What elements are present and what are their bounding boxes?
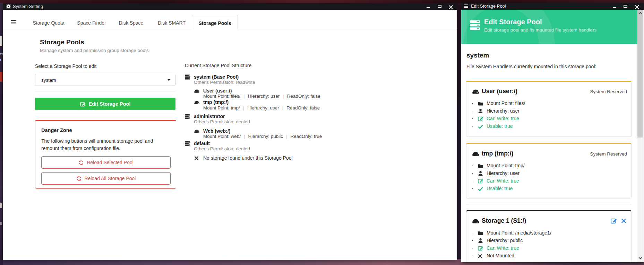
edit-icon xyxy=(80,101,86,107)
storage-name: Web (web:/) xyxy=(203,128,230,134)
pool-permission: Other's Permission: denied xyxy=(194,146,250,152)
storage-name: User (user:/) xyxy=(203,88,232,94)
reload-selected-pool-button[interactable]: Reload Selected Pool xyxy=(41,156,171,169)
banner-subtitle: Edit storage pool and its mounted file s… xyxy=(484,27,596,33)
hdd-icon xyxy=(194,100,199,106)
divider xyxy=(35,114,175,114)
close-button[interactable] xyxy=(633,3,641,10)
check-icon xyxy=(478,186,483,193)
handler-card-tmp: tmp (tmp:/) System Reserved -Mount Point… xyxy=(466,143,632,198)
storage-detail: Mount Point: web/Hierarchy: publicReadOn… xyxy=(203,134,322,139)
pool-permission: Other's Permission: denied xyxy=(194,119,250,125)
maximize-button[interactable] xyxy=(621,3,630,10)
banner-watermark-band xyxy=(461,10,467,44)
hdd-icon xyxy=(472,218,479,225)
window-title: Edit Storage Pool xyxy=(471,4,506,9)
pool-empty-message: No storage found under this Storage Pool xyxy=(203,155,293,161)
divider xyxy=(466,75,632,75)
server-icon xyxy=(185,141,190,148)
server-icon xyxy=(185,114,190,121)
hdd-icon xyxy=(194,88,199,95)
storage-detail: Mount Point: tmp/Hierarchy: userReadOnly… xyxy=(203,105,320,111)
handlers-label: File System Handlers currently mounted i… xyxy=(466,64,596,69)
handler-row: -Can Write: true xyxy=(466,115,631,122)
handler-row: -Can Write: true xyxy=(466,177,631,185)
refresh-icon xyxy=(78,160,84,165)
page-subtitle: Manage system and permission group stora… xyxy=(40,48,149,53)
hdd-icon xyxy=(472,151,479,158)
handler-row: -Mount Point: files/ xyxy=(466,99,631,107)
structure-heading: Current Storage Pool Structure xyxy=(185,63,251,68)
tab-disk-space[interactable]: Disk Space xyxy=(119,20,144,26)
danger-zone-title: Danger Zone xyxy=(41,127,72,133)
check-icon xyxy=(478,123,483,131)
edit-storage-pool-window: Edit Storage Pool Edit Storage Pool Edit… xyxy=(461,3,644,262)
desktop-icon-fragment xyxy=(0,36,2,46)
handler-row: -Mount Point: /media/storage1/ xyxy=(466,229,631,237)
handler-title: tmp (tmp:/) xyxy=(482,150,513,157)
remove-handler-button[interactable] xyxy=(621,218,626,225)
handler-row: -Hierarchy: user xyxy=(466,169,631,177)
handler-card-user: User (user:/) System Reserved -Mount Poi… xyxy=(466,81,632,137)
edit-storage-pool-titlebar[interactable]: Edit Storage Pool xyxy=(461,3,644,10)
minimize-button[interactable] xyxy=(424,3,432,10)
system-setting-body: Storage Quota Space Finder Disk Space Di… xyxy=(3,10,457,260)
desktop-icon-fragment xyxy=(0,222,2,225)
menu-hamburger-icon[interactable] xyxy=(11,20,16,24)
storage-pool-select[interactable]: system xyxy=(35,74,175,86)
cross-icon xyxy=(478,253,482,260)
tab-storage-quota[interactable]: Storage Quota xyxy=(33,20,64,26)
tab-space-finder[interactable]: Space Finder xyxy=(77,20,106,26)
system-setting-titlebar[interactable]: System Setting xyxy=(3,3,457,10)
scrollbar[interactable] xyxy=(637,10,643,262)
cross-icon xyxy=(194,156,199,162)
handler-row: -Not Mounted xyxy=(466,252,631,259)
handler-title: User (user:/) xyxy=(482,88,517,95)
app-gear-icon xyxy=(6,4,11,9)
handler-row: -Mount Point: tmp/ xyxy=(466,162,631,169)
handler-row: -Hierarchy: user xyxy=(466,107,631,115)
system-setting-window: System Setting Storage Quota Space Finde… xyxy=(3,3,457,260)
selected-pool-value: system xyxy=(41,77,56,82)
handler-row: -Hierarchy: public xyxy=(466,237,631,244)
pool-name: default xyxy=(194,141,210,146)
tab-storage-pools[interactable]: Storage Pools xyxy=(192,15,238,29)
pool-permission: Other's Permission: readwrite xyxy=(194,80,255,85)
reload-all-storage-pool-button[interactable]: Reload All Storage Pool xyxy=(41,172,171,185)
handler-row: -Usable: true xyxy=(466,122,631,130)
divider xyxy=(466,204,632,204)
edit-storage-pool-button[interactable]: Edit Storage Pool xyxy=(35,98,175,110)
select-pool-label: Select a Storage Pool to edit xyxy=(35,64,96,69)
handler-row: -Can Write: true xyxy=(466,244,631,252)
desktop-icon-label-fragment: t xyxy=(0,58,1,62)
tab-disk-smart[interactable]: Disk SMART xyxy=(158,20,186,26)
page-title: Storage Pools xyxy=(40,39,84,45)
list-icon xyxy=(464,5,468,8)
server-icon xyxy=(185,74,190,81)
storage-name: tmp (tmp:/) xyxy=(203,99,229,105)
hdd-icon xyxy=(472,88,479,96)
caret-down-icon xyxy=(168,79,170,81)
desktop-icon-fragment xyxy=(0,203,2,208)
scroll-down-icon[interactable] xyxy=(639,256,642,259)
server-stack-icon xyxy=(470,20,480,32)
hdd-icon xyxy=(194,129,199,135)
close-button[interactable] xyxy=(447,3,455,10)
minimize-button[interactable] xyxy=(610,3,619,10)
desktop-icon-fragment xyxy=(0,72,2,82)
banner-title: Edit Storage Pool xyxy=(484,18,542,26)
refresh-icon xyxy=(76,176,81,181)
maximize-button[interactable] xyxy=(436,3,444,10)
edit-pool-banner: Edit Storage Pool Edit storage pool and … xyxy=(461,10,637,44)
danger-zone-panel: Danger Zone The following buttons will u… xyxy=(35,120,176,189)
edit-storage-pool-body: Edit Storage Pool Edit storage pool and … xyxy=(461,10,644,262)
scrollbar-thumb[interactable] xyxy=(637,10,643,138)
edit-handler-button[interactable] xyxy=(611,218,617,225)
danger-zone-description: The following buttons will unmount stora… xyxy=(41,138,153,152)
window-title: System Setting xyxy=(13,4,43,9)
handler-title: Storage 1 (S1:/) xyxy=(482,217,526,224)
handler-card-storage1: Storage 1 (S1:/) -Mount Point: /media/st… xyxy=(466,210,632,262)
handler-row: -Usable: true xyxy=(466,185,631,192)
system-reserved-badge: System Reserved xyxy=(590,89,627,94)
system-reserved-badge: System Reserved xyxy=(590,151,627,157)
